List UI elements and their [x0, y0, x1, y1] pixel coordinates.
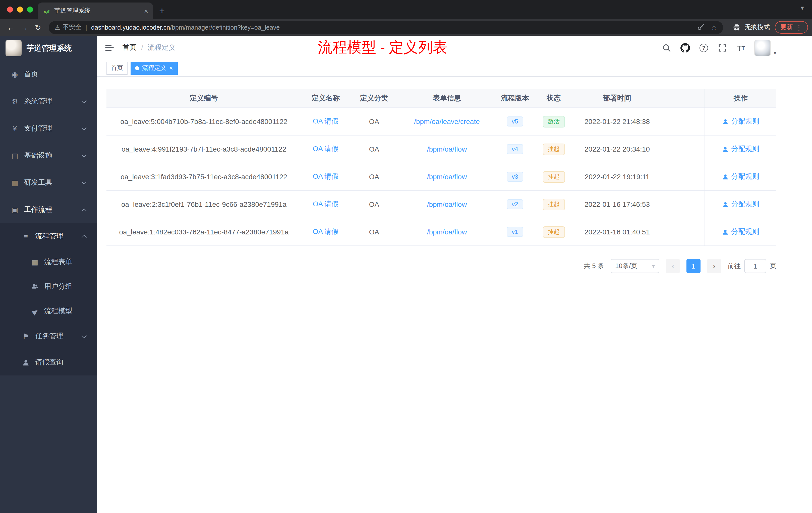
sidebar-item-process-management[interactable]: ≡ 流程管理: [0, 223, 97, 249]
tag-process-definition[interactable]: 流程定义 ×: [130, 61, 177, 74]
new-tab-button[interactable]: +: [159, 5, 165, 17]
definition-name-link[interactable]: OA 请假: [313, 228, 339, 236]
help-icon[interactable]: ?: [699, 43, 709, 53]
tab-close-icon[interactable]: ×: [144, 7, 148, 15]
filler-cell: [661, 163, 704, 191]
zoom-window-button[interactable]: [27, 6, 33, 12]
breadcrumb: 首页 / 流程定义: [122, 43, 176, 52]
filler-cell: [661, 135, 704, 163]
assign-rule-label: 分配规则: [731, 228, 759, 236]
leave-query-person-icon: [22, 359, 30, 366]
status-tag: 激活: [543, 116, 565, 127]
assign-rule-label: 分配规则: [731, 117, 759, 126]
search-icon[interactable]: [662, 43, 672, 53]
tags-view-bar: 首页 流程定义 ×: [97, 60, 812, 77]
definition-name-link[interactable]: OA 请假: [313, 172, 339, 181]
definition-id: oa_leave:4:991f2193-7b7f-11ec-a3c8-acde4…: [107, 135, 301, 163]
sidebar-item-label: 工作流程: [24, 205, 52, 214]
column-header-form: 表单信息: [398, 89, 496, 108]
definition-name-link[interactable]: OA 请假: [313, 117, 339, 126]
sidebar-item-label: 系统管理: [24, 97, 52, 106]
assign-rule-label: 分配规则: [731, 200, 759, 209]
chevron-down-icon: [82, 98, 87, 103]
browser-tab[interactable]: 芋道管理系统 ×: [38, 2, 153, 19]
close-icon[interactable]: ×: [169, 65, 173, 71]
sidebar-item-payment-management[interactable]: ¥ 支付管理: [0, 115, 97, 142]
devtools-icon: ▦: [10, 179, 19, 187]
sidebar-item-label: 用户分组: [44, 282, 72, 291]
assign-rule-link[interactable]: 分配规则: [722, 172, 759, 181]
tag-home[interactable]: 首页: [107, 61, 127, 74]
column-header-filler: [661, 89, 704, 108]
assign-rule-link[interactable]: 分配规则: [722, 117, 759, 126]
tag-label: 首页: [111, 64, 123, 72]
sidebar-item-process-model[interactable]: ▶ 流程模型: [0, 299, 97, 323]
password-key-icon[interactable]: [697, 24, 705, 31]
assign-rule-link[interactable]: 分配规则: [722, 145, 759, 154]
form-link[interactable]: /bpm/oa/flow: [427, 200, 467, 208]
total-count-label: 共 5 条: [584, 262, 604, 271]
deploy-time: 2022-01-22 21:48:38: [573, 108, 661, 135]
breadcrumb-home[interactable]: 首页: [122, 43, 137, 52]
sidebar-item-label: 任务管理: [35, 332, 63, 341]
goto-page-input[interactable]: [744, 259, 766, 273]
github-icon[interactable]: [680, 43, 690, 53]
column-header-version: 流程版本: [496, 89, 534, 108]
reload-button[interactable]: ↻: [31, 23, 45, 32]
logo-title: 芋道管理系统: [27, 43, 72, 53]
version-tag: v2: [507, 199, 523, 209]
sidebar-item-home[interactable]: ◉ 首页: [0, 61, 97, 88]
sidebar-item-infrastructure[interactable]: ▤ 基础设施: [0, 142, 97, 169]
user-menu[interactable]: ▾: [754, 39, 776, 56]
column-header-name: 定义名称: [301, 89, 350, 108]
page-number-button[interactable]: 1: [687, 259, 700, 273]
definition-name-link[interactable]: OA 请假: [313, 200, 339, 209]
logo-image: [5, 40, 22, 56]
assign-rule-link[interactable]: 分配规则: [722, 228, 759, 236]
sidebar-item-system-management[interactable]: ⚙ 系统管理: [0, 88, 97, 115]
form-link[interactable]: /bpm/oa/flow: [427, 228, 467, 236]
back-button[interactable]: ←: [4, 23, 18, 32]
forward-button[interactable]: →: [18, 23, 31, 32]
definition-id: oa_leave:5:004b710b-7b8a-11ec-8ef0-acde4…: [107, 108, 301, 135]
form-link[interactable]: /bpm/oa/leave/create: [414, 117, 480, 125]
page-content: 定义编号 定义名称 定义分类 表单信息 流程版本 状态 部署时间 操作 oa_l…: [97, 77, 812, 513]
bookmark-star-icon[interactable]: ☆: [711, 23, 717, 31]
font-size-icon[interactable]: TT: [736, 43, 746, 53]
app-logo[interactable]: 芋道管理系统: [0, 36, 97, 61]
security-label[interactable]: 不安全: [63, 23, 82, 32]
next-page-button[interactable]: ›: [707, 259, 721, 273]
sidebar-item-label: 流程管理: [35, 232, 63, 241]
fullscreen-icon[interactable]: [717, 43, 727, 53]
sidebar-toggle-icon[interactable]: [105, 43, 115, 53]
prev-page-button[interactable]: ‹: [666, 259, 680, 273]
sidebar-item-workflow[interactable]: ▣ 工作流程: [0, 196, 97, 223]
sidebar-item-devtools[interactable]: ▦ 研发工具: [0, 169, 97, 196]
minimize-window-button[interactable]: [17, 6, 23, 12]
assign-rule-link[interactable]: 分配规则: [722, 200, 759, 209]
sidebar-item-task-management[interactable]: ⚑ 任务管理: [0, 323, 97, 350]
definition-id: oa_leave:2:3c1f0ef1-76b1-11ec-9c66-a2380…: [107, 191, 301, 218]
form-link[interactable]: /bpm/oa/flow: [427, 145, 467, 153]
update-chrome-button[interactable]: 更新 ⋮: [775, 21, 808, 34]
sidebar-item-user-group[interactable]: 用户分组: [0, 274, 97, 299]
person-icon: [722, 201, 729, 208]
browser-toolbar: ← → ↻ ⚠ 不安全 | dashboard.yudao.iocoder.cn…: [0, 19, 812, 36]
deploy-time: 2022-01-16 01:40:51: [573, 218, 661, 246]
close-window-button[interactable]: [7, 6, 13, 12]
page-size-select[interactable]: 10条/页 ▾: [611, 259, 659, 273]
table-row: oa_leave:4:991f2193-7b7f-11ec-a3c8-acde4…: [107, 135, 776, 163]
definition-category: OA: [350, 135, 398, 163]
page-title: 流程模型 - 定义列表: [318, 38, 447, 58]
sidebar-item-process-form[interactable]: ▥ 流程表单: [0, 249, 97, 274]
goto-label: 前往: [728, 262, 741, 271]
divider: |: [86, 24, 87, 31]
tab-search-icon[interactable]: ▾: [801, 4, 804, 11]
form-link[interactable]: /bpm/oa/flow: [427, 173, 467, 181]
browser-menu-icon[interactable]: ⋮: [795, 23, 803, 31]
person-icon: [722, 146, 729, 152]
sidebar-item-leave-query[interactable]: 请假查询: [0, 350, 97, 375]
definition-name-link[interactable]: OA 请假: [313, 145, 339, 154]
column-header-id: 定义编号: [107, 89, 301, 108]
address-bar[interactable]: ⚠ 不安全 | dashboard.yudao.iocoder.cn /bpm/…: [49, 21, 723, 34]
